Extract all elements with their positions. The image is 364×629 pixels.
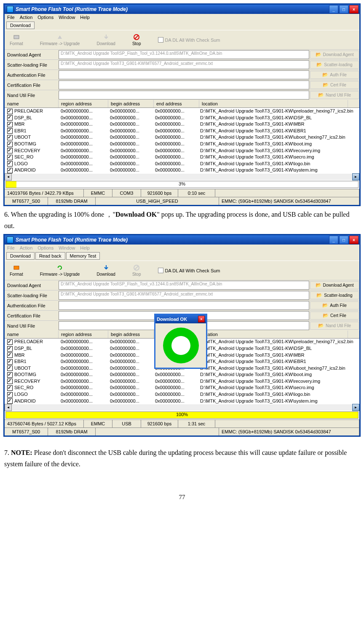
auth-button[interactable]: 📂Auth File [310, 71, 359, 79]
table-row[interactable]: BOOTIMG0x000000000...0x00000000...0x0000… [5, 141, 359, 148]
table-row[interactable]: EBR10x000000000...0x00000000...0x0000000… [5, 128, 359, 134]
row-checkbox[interactable] [7, 142, 13, 147]
col-location[interactable]: location [199, 100, 348, 108]
menu-window[interactable]: Window [59, 15, 75, 20]
row-checkbox[interactable] [7, 115, 13, 121]
popup-close-button[interactable]: × [198, 316, 205, 323]
table-row[interactable]: DSP_BL0x000000000...0x00000000...0x00000… [5, 115, 359, 121]
da-button[interactable]: 📂Download Agent [310, 281, 359, 289]
checksum-checkbox[interactable] [158, 37, 163, 43]
format-button[interactable]: Format [10, 264, 23, 277]
menu-file[interactable]: File [7, 245, 15, 250]
col-begin[interactable]: begin address [108, 100, 154, 108]
table-row[interactable]: SEC_RO0x000000000...0x00000000...0x00000… [5, 154, 359, 161]
stop-button[interactable]: Stop [132, 34, 141, 46]
scroll-left[interactable]: ◄ [5, 173, 12, 180]
nand-button[interactable]: 📂Nand Util File [310, 322, 359, 330]
col-name[interactable]: name [5, 100, 59, 108]
app-icon [7, 237, 13, 243]
table-row[interactable]: RECOVERY0x000000000...0x00000000...0x000… [5, 378, 359, 385]
row-checkbox[interactable] [7, 168, 13, 173]
folder-icon: 📂 [316, 52, 321, 57]
checksum-checkbox[interactable] [158, 268, 163, 273]
row-checkbox[interactable] [7, 135, 13, 140]
close-button[interactable]: × [349, 5, 359, 13]
table-row[interactable]: UBOOT0x000000000...0x00000000...0x000000… [5, 134, 359, 141]
table-row[interactable]: PRELOADER0x000000000...0x00000000...0x00… [5, 108, 359, 115]
table-row[interactable]: ANDROID0x000000000...0x00000000...0x0000… [5, 398, 359, 405]
auth-label: Authentication File [5, 71, 58, 79]
tab-download[interactable]: Download [6, 252, 35, 260]
scroll-right[interactable]: ► [352, 404, 359, 411]
row-checkbox[interactable] [7, 155, 13, 160]
scatter-input[interactable]: D:\MTK_Android Upgrade Tool\T3_G901-KW\M… [59, 60, 309, 69]
da-button[interactable]: 📂Download Agent [310, 51, 359, 59]
table-row[interactable]: BOOTIMG0x000000000...0x00000000...0x0000… [5, 371, 359, 378]
app-window-1: Smart Phone Flash Tool (Runtime Trace Mo… [3, 3, 361, 206]
table-row[interactable]: MBR0x000000000...0x00000000...0x00000000… [5, 121, 359, 128]
row-checkbox[interactable] [7, 392, 13, 398]
table-row[interactable]: LOGO0x000000000...0x00000000...0x0000000… [5, 161, 359, 167]
firmware-button[interactable]: Firmware -> Upgrade [40, 264, 80, 277]
download-label: Download [96, 41, 115, 46]
scroll-right[interactable]: ► [352, 173, 359, 180]
row-checkbox[interactable] [7, 385, 13, 391]
format-icon [13, 264, 20, 271]
scroll-left[interactable]: ◄ [5, 404, 12, 411]
status-time: 0:10 sec [178, 189, 215, 197]
da-input[interactable]: D:\MTK_Android Upgrade Tool\SP_Flash_Too… [59, 50, 309, 59]
cert-button[interactable]: 📂Cert File [310, 312, 359, 320]
row-checkbox[interactable] [7, 109, 13, 114]
popup-title: Download OK [157, 317, 187, 322]
col-end[interactable]: end address [154, 100, 199, 108]
row-checkbox[interactable] [7, 148, 13, 153]
menu-options[interactable]: Options [37, 15, 54, 20]
row-checkbox[interactable] [7, 379, 13, 384]
folder-icon: 📂 [316, 62, 322, 67]
auth-input[interactable] [59, 70, 309, 79]
cert-button[interactable]: 📂Cert File [310, 81, 359, 89]
menu-action[interactable]: Action [20, 245, 33, 250]
minimize-button[interactable]: _ [329, 236, 338, 244]
col-region[interactable]: region address [59, 100, 108, 108]
menu-file[interactable]: File [7, 15, 15, 20]
tab-readback[interactable]: Read back [35, 252, 65, 260]
menu-help[interactable]: Help [80, 15, 90, 20]
scroll-up[interactable] [348, 100, 359, 108]
row-checkbox[interactable] [7, 398, 13, 404]
menu-window[interactable]: Window [59, 245, 75, 250]
status-bytes: 14019766 Bytes / 3422.79 KBps [5, 189, 84, 197]
minimize-button[interactable]: _ [329, 5, 338, 13]
row-checkbox[interactable] [7, 352, 13, 358]
row-checkbox[interactable] [7, 161, 13, 167]
row-checkbox[interactable] [7, 359, 13, 365]
status-emmc: EMMC [84, 189, 112, 197]
scroll-track[interactable] [12, 174, 352, 180]
table-row[interactable]: LOGO0x000000000...0x00000000...0x0000000… [5, 391, 359, 398]
maximize-button[interactable]: □ [339, 236, 348, 244]
row-checkbox[interactable] [7, 346, 13, 352]
nand-button[interactable]: 📂Nand Util File [310, 91, 359, 99]
table-row[interactable]: RECOVERY0x000000000...0x00000000...0x000… [5, 148, 359, 154]
download-button[interactable]: Download [96, 264, 115, 277]
row-checkbox[interactable] [7, 122, 13, 127]
table-row[interactable]: ANDROID0x000000000...0x00000000...0x0000… [5, 167, 359, 174]
row-checkbox[interactable] [7, 366, 13, 371]
menu-options[interactable]: Options [37, 245, 54, 250]
table-row[interactable]: SEC_RO0x000000000...0x00000000...0x00000… [5, 384, 359, 391]
scatter-button[interactable]: 📂Scatter-loading [310, 291, 359, 299]
tab-memtest[interactable]: Memory Test [66, 252, 100, 260]
close-button[interactable]: × [349, 236, 359, 244]
tab-download[interactable]: Download [6, 22, 35, 29]
stop-icon [133, 264, 140, 271]
row-checkbox[interactable] [7, 372, 13, 378]
cert-input[interactable] [59, 81, 309, 89]
row-checkbox[interactable] [7, 128, 13, 134]
auth-button[interactable]: 📂Auth File [310, 301, 359, 309]
nand-input[interactable] [59, 91, 309, 99]
maximize-button[interactable]: □ [339, 5, 348, 13]
row-checkbox[interactable] [7, 339, 13, 345]
menu-action[interactable]: Action [20, 15, 33, 20]
menu-help[interactable]: Help [80, 245, 90, 250]
scatter-button[interactable]: 📂Scatter-loading [310, 61, 359, 69]
